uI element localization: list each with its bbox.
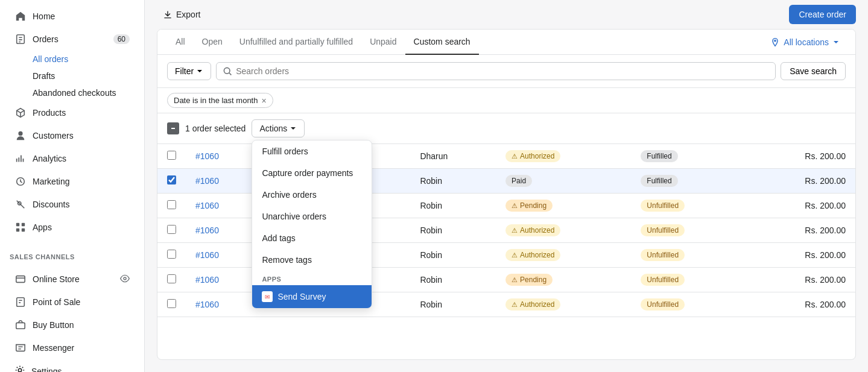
sidebar-item-label: Products — [33, 108, 66, 118]
sidebar-item-apps[interactable]: Apps — [5, 216, 139, 238]
apps-section-label: APPS — [252, 271, 372, 285]
customers-icon — [14, 130, 27, 142]
remove-filter-button[interactable]: × — [261, 96, 266, 105]
row-checkbox[interactable] — [167, 274, 176, 283]
sidebar-item-pos[interactable]: Point of Sale — [5, 291, 139, 313]
discounts-icon — [14, 198, 27, 210]
svg-rect-7 — [17, 298, 25, 306]
export-button[interactable]: Export — [157, 6, 206, 23]
sidebar: Home Orders 60 All orders Drafts Abandon… — [0, 0, 145, 372]
row-checkbox-cell[interactable] — [157, 292, 186, 317]
tabs-bar: All Open Unfulfilled and partially fulfi… — [157, 30, 855, 55]
svg-rect-2 — [22, 223, 25, 226]
tab-all[interactable]: All — [167, 30, 194, 55]
home-icon — [14, 10, 27, 22]
svg-rect-1 — [16, 223, 19, 226]
export-label: Export — [176, 10, 200, 19]
row-checkbox[interactable] — [167, 225, 176, 234]
action-add-tags[interactable]: Add tags — [252, 227, 372, 249]
active-filters: Date is in the last month × — [157, 88, 855, 113]
sidebar-item-marketing[interactable]: Marketing — [5, 171, 139, 192]
save-search-label: Save search — [790, 66, 837, 76]
orders-badge: 60 — [113, 34, 130, 44]
sidebar-item-settings[interactable]: Settings — [5, 360, 139, 372]
action-send-survey[interactable]: ✉ Send Survey — [252, 285, 372, 308]
order-payment: ⚠Pending — [496, 268, 631, 292]
sidebar-item-customers[interactable]: Customers — [5, 125, 139, 147]
action-unarchive-orders[interactable]: Unarchive orders — [252, 206, 372, 227]
sidebar-item-abandoned[interactable]: Abandoned checkouts — [5, 85, 139, 101]
sidebar-item-online-store[interactable]: Online Store — [5, 268, 139, 290]
row-checkbox[interactable] — [167, 175, 176, 184]
tab-custom-search[interactable]: Custom search — [405, 30, 479, 55]
row-checkbox[interactable] — [167, 250, 176, 259]
marketing-icon — [14, 175, 27, 188]
order-fulfillment: Unfulfilled — [631, 194, 746, 218]
orders-icon — [14, 33, 27, 45]
sidebar-item-label: Point of Sale — [33, 297, 80, 307]
sales-channels-header: SALES CHANNELS — [0, 246, 144, 268]
tab-open[interactable]: Open — [194, 30, 231, 55]
sidebar-item-label: Discounts — [33, 200, 69, 209]
sidebar-item-label: Marketing — [33, 177, 69, 186]
search-input[interactable] — [236, 66, 769, 76]
order-total: Rs. 200.00 — [746, 268, 855, 292]
sidebar-item-drafts[interactable]: Drafts — [5, 68, 139, 84]
sidebar-item-label: Apps — [33, 222, 52, 232]
row-checkbox-cell[interactable] — [157, 144, 186, 169]
order-fulfillment: Fulfilled — [631, 144, 746, 169]
sidebar-item-buy-button[interactable]: Buy Button — [5, 314, 139, 336]
tab-unpaid[interactable]: Unpaid — [361, 30, 405, 55]
location-selector[interactable]: All locations — [764, 34, 846, 51]
action-remove-tags[interactable]: Remove tags — [252, 249, 372, 271]
sidebar-item-all-orders[interactable]: All orders — [5, 51, 139, 67]
sidebar-item-label: Messenger — [33, 343, 74, 353]
selection-count: 1 order selected — [185, 124, 246, 133]
row-checkbox-cell[interactable] — [157, 169, 186, 194]
topbar: Export Create order — [145, 0, 868, 29]
sidebar-item-orders[interactable]: Orders 60 — [5, 28, 139, 50]
create-order-button[interactable]: Create order — [789, 5, 856, 24]
row-checkbox-cell[interactable] — [157, 268, 186, 292]
order-payment: ⚠Authorized — [496, 292, 631, 317]
filter-button[interactable]: Filter — [167, 62, 211, 80]
sidebar-item-label: Analytics — [33, 154, 66, 163]
row-checkbox-cell[interactable] — [157, 194, 186, 218]
row-checkbox[interactable] — [167, 151, 176, 160]
eye-icon[interactable] — [120, 274, 130, 285]
row-checkbox-cell[interactable] — [157, 243, 186, 268]
svg-rect-4 — [22, 229, 25, 232]
analytics-icon — [14, 153, 27, 165]
sidebar-item-discounts[interactable]: Discounts — [5, 194, 139, 215]
online-store-icon — [14, 273, 27, 285]
messenger-icon — [14, 342, 27, 354]
order-payment: ⚠Pending — [496, 194, 631, 218]
order-customer: Robin — [410, 218, 496, 243]
orders-panel: All Open Unfulfilled and partially fulfi… — [157, 29, 856, 360]
sales-channels-label: SALES CHANNELS — [10, 253, 75, 260]
deselect-button[interactable] — [167, 122, 179, 134]
buy-button-icon — [14, 319, 27, 331]
action-capture-payments[interactable]: Capture order payments — [252, 162, 372, 184]
sidebar-item-products[interactable]: Products — [5, 102, 139, 124]
row-checkbox[interactable] — [167, 299, 176, 308]
action-archive-orders[interactable]: Archive orders — [252, 184, 372, 206]
sidebar-item-messenger[interactable]: Messenger — [5, 337, 139, 359]
add-sales-channel-button[interactable] — [122, 251, 135, 263]
order-total: Rs. 200.00 — [746, 194, 855, 218]
row-checkbox-cell[interactable] — [157, 218, 186, 243]
svg-point-10 — [224, 68, 230, 74]
products-icon — [14, 107, 27, 119]
location-icon — [770, 37, 780, 47]
filter-tag-label: Date is in the last month — [174, 96, 258, 105]
action-fulfill-orders[interactable]: Fulfill orders — [252, 140, 372, 162]
order-fulfillment: Unfulfilled — [631, 243, 746, 268]
row-checkbox[interactable] — [167, 200, 176, 209]
save-search-button[interactable]: Save search — [781, 62, 846, 80]
sidebar-item-analytics[interactable]: Analytics — [5, 148, 139, 169]
chevron-down-icon — [832, 39, 840, 46]
tab-unfulfilled[interactable]: Unfulfilled and partially fulfilled — [231, 30, 361, 55]
actions-dropdown[interactable]: Actions — [252, 119, 305, 137]
sidebar-sub-label: Drafts — [33, 71, 55, 81]
sidebar-item-home[interactable]: Home — [5, 5, 139, 27]
